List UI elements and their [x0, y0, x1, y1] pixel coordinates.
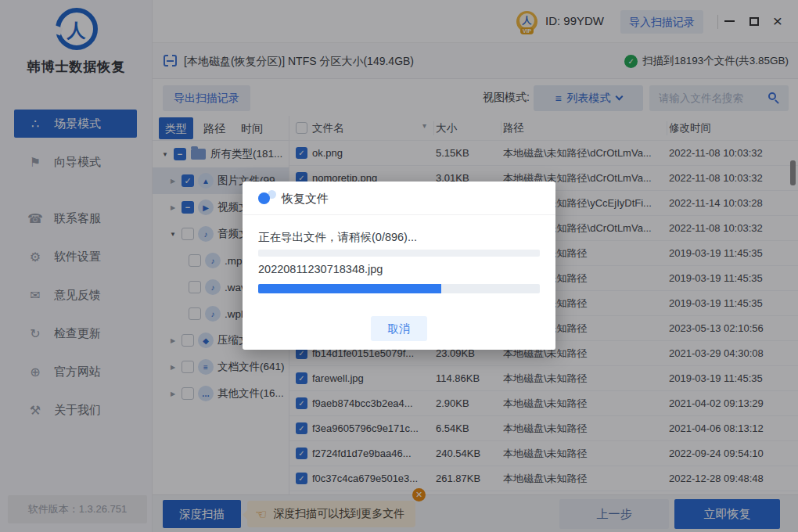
current-file-name: 20220811230718348.jpg [258, 263, 383, 275]
recover-files-dialog: 恢复文件 正在导出文件，请稍候(0/896)... 20220811230718… [243, 182, 555, 350]
export-status-text: 正在导出文件，请稍候(0/896)... [258, 230, 417, 245]
file-progress-fill [258, 284, 441, 293]
total-progress-bar [258, 250, 540, 257]
dialog-header: 恢复文件 [243, 182, 555, 215]
dialog-title: 恢复文件 [282, 192, 329, 207]
file-progress-bar [258, 284, 540, 293]
app-window: 韩博士数据恢复 ∴ 场景模式 ⚑ 向导模式 ☎ 联系客服 [0, 0, 798, 532]
loading-dots-icon [258, 190, 279, 206]
cancel-button[interactable]: 取消 [371, 316, 427, 341]
